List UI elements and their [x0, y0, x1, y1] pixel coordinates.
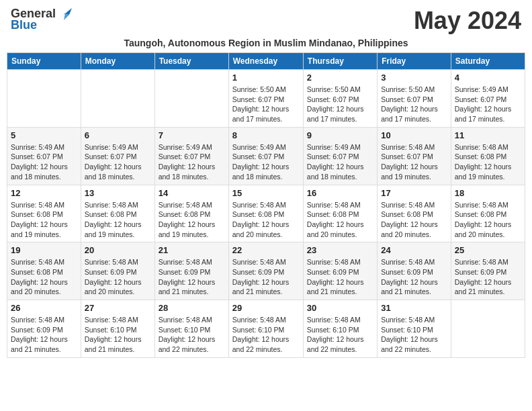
day-number: 24 [381, 245, 447, 255]
col-header-tuesday: Tuesday [154, 53, 228, 70]
calendar-cell: 1Sunrise: 5:50 AMSunset: 6:07 PMDaylight… [228, 70, 303, 128]
calendar-cell: 4Sunrise: 5:49 AMSunset: 6:07 PMDaylight… [451, 70, 525, 128]
day-info: Sunrise: 5:50 AMSunset: 6:07 PMDaylight:… [381, 85, 447, 124]
day-number: 17 [381, 188, 447, 198]
day-number: 7 [159, 130, 225, 140]
day-number: 11 [455, 130, 521, 140]
day-number: 21 [159, 245, 225, 255]
day-info: Sunrise: 5:49 AMSunset: 6:07 PMDaylight:… [159, 142, 225, 182]
col-header-friday: Friday [378, 53, 451, 70]
day-info: Sunrise: 5:48 AMSunset: 6:08 PMDaylight:… [85, 200, 151, 240]
day-info: Sunrise: 5:48 AMSunset: 6:09 PMDaylight:… [381, 257, 447, 297]
day-info: Sunrise: 5:48 AMSunset: 6:08 PMDaylight:… [381, 200, 447, 240]
calendar-cell: 20Sunrise: 5:48 AMSunset: 6:09 PMDayligh… [81, 242, 154, 300]
day-number: 12 [11, 188, 77, 198]
day-number: 6 [85, 130, 151, 140]
calendar-cell: 5Sunrise: 5:49 AMSunset: 6:07 PMDaylight… [7, 127, 81, 185]
day-number: 3 [381, 73, 447, 83]
day-number: 13 [85, 188, 151, 198]
day-info: Sunrise: 5:49 AMSunset: 6:07 PMDaylight:… [232, 142, 300, 182]
calendar-cell: 29Sunrise: 5:48 AMSunset: 6:10 PMDayligh… [228, 300, 303, 358]
calendar-week-3: 12Sunrise: 5:48 AMSunset: 6:08 PMDayligh… [7, 185, 525, 242]
calendar-header-row: SundayMondayTuesdayWednesdayThursdayFrid… [7, 53, 525, 70]
col-header-saturday: Saturday [451, 53, 525, 70]
day-number: 1 [232, 73, 300, 83]
day-info: Sunrise: 5:48 AMSunset: 6:08 PMDaylight:… [11, 200, 77, 240]
calendar-week-5: 26Sunrise: 5:48 AMSunset: 6:09 PMDayligh… [7, 300, 525, 358]
calendar-cell: 31Sunrise: 5:48 AMSunset: 6:10 PMDayligh… [378, 300, 451, 358]
calendar-cell: 27Sunrise: 5:48 AMSunset: 6:10 PMDayligh… [81, 300, 154, 358]
calendar-cell: 2Sunrise: 5:50 AMSunset: 6:07 PMDaylight… [303, 70, 377, 128]
day-info: Sunrise: 5:49 AMSunset: 6:07 PMDaylight:… [11, 142, 77, 182]
day-info: Sunrise: 5:48 AMSunset: 6:08 PMDaylight:… [455, 200, 521, 240]
day-number: 18 [455, 188, 521, 198]
day-number: 14 [159, 188, 225, 198]
day-info: Sunrise: 5:50 AMSunset: 6:07 PMDaylight:… [307, 85, 373, 124]
day-info: Sunrise: 5:48 AMSunset: 6:10 PMDaylight:… [381, 315, 447, 355]
day-number: 27 [85, 303, 151, 313]
logo: General Blue [11, 7, 72, 32]
day-number: 22 [232, 245, 300, 255]
calendar-cell: 6Sunrise: 5:49 AMSunset: 6:07 PMDaylight… [81, 127, 154, 185]
calendar-cell: 24Sunrise: 5:48 AMSunset: 6:09 PMDayligh… [378, 242, 451, 300]
calendar-cell: 28Sunrise: 5:48 AMSunset: 6:10 PMDayligh… [154, 300, 228, 358]
day-number: 8 [232, 130, 300, 140]
day-info: Sunrise: 5:49 AMSunset: 6:07 PMDaylight:… [455, 85, 521, 124]
day-info: Sunrise: 5:48 AMSunset: 6:08 PMDaylight:… [455, 142, 521, 182]
logo-bird-icon [57, 8, 72, 20]
calendar-cell: 9Sunrise: 5:49 AMSunset: 6:07 PMDaylight… [303, 127, 377, 185]
calendar-table: SundayMondayTuesdayWednesdayThursdayFrid… [7, 52, 525, 358]
day-info: Sunrise: 5:48 AMSunset: 6:09 PMDaylight:… [159, 257, 225, 297]
day-number: 20 [85, 245, 151, 255]
calendar-cell: 26Sunrise: 5:48 AMSunset: 6:09 PMDayligh… [7, 300, 81, 358]
day-number: 4 [455, 73, 521, 83]
day-info: Sunrise: 5:48 AMSunset: 6:09 PMDaylight:… [11, 315, 77, 355]
day-info: Sunrise: 5:48 AMSunset: 6:08 PMDaylight:… [232, 200, 300, 240]
calendar-cell: 21Sunrise: 5:48 AMSunset: 6:09 PMDayligh… [154, 242, 228, 300]
day-info: Sunrise: 5:48 AMSunset: 6:09 PMDaylight:… [307, 257, 373, 297]
day-info: Sunrise: 5:48 AMSunset: 6:10 PMDaylight:… [159, 315, 225, 355]
calendar-cell: 8Sunrise: 5:49 AMSunset: 6:07 PMDaylight… [228, 127, 303, 185]
month-title: May 2024 [414, 7, 521, 35]
day-info: Sunrise: 5:48 AMSunset: 6:08 PMDaylight:… [11, 257, 77, 297]
day-info: Sunrise: 5:50 AMSunset: 6:07 PMDaylight:… [232, 85, 300, 124]
day-number: 15 [232, 188, 300, 198]
day-info: Sunrise: 5:48 AMSunset: 6:09 PMDaylight:… [85, 257, 151, 297]
calendar-cell: 22Sunrise: 5:48 AMSunset: 6:09 PMDayligh… [228, 242, 303, 300]
calendar-cell: 19Sunrise: 5:48 AMSunset: 6:08 PMDayligh… [7, 242, 81, 300]
calendar-cell [451, 300, 525, 358]
calendar-cell [81, 70, 154, 128]
calendar-cell: 15Sunrise: 5:48 AMSunset: 6:08 PMDayligh… [228, 185, 303, 242]
day-info: Sunrise: 5:48 AMSunset: 6:10 PMDaylight:… [85, 315, 151, 355]
day-info: Sunrise: 5:48 AMSunset: 6:10 PMDaylight:… [307, 315, 373, 355]
day-info: Sunrise: 5:48 AMSunset: 6:09 PMDaylight:… [232, 257, 300, 297]
day-number: 26 [11, 303, 77, 313]
calendar-cell [154, 70, 228, 128]
calendar-cell: 16Sunrise: 5:48 AMSunset: 6:08 PMDayligh… [303, 185, 377, 242]
day-number: 9 [307, 130, 373, 140]
calendar-cell: 10Sunrise: 5:48 AMSunset: 6:07 PMDayligh… [378, 127, 451, 185]
day-number: 16 [307, 188, 373, 198]
calendar-cell: 30Sunrise: 5:48 AMSunset: 6:10 PMDayligh… [303, 300, 377, 358]
calendar-cell: 25Sunrise: 5:48 AMSunset: 6:09 PMDayligh… [451, 242, 525, 300]
day-number: 30 [307, 303, 373, 313]
col-header-monday: Monday [81, 53, 154, 70]
col-header-thursday: Thursday [303, 53, 377, 70]
calendar-week-4: 19Sunrise: 5:48 AMSunset: 6:08 PMDayligh… [7, 242, 525, 300]
day-number: 5 [11, 130, 77, 140]
calendar-cell: 14Sunrise: 5:48 AMSunset: 6:08 PMDayligh… [154, 185, 228, 242]
day-number: 29 [232, 303, 300, 313]
day-number: 19 [11, 245, 77, 255]
day-info: Sunrise: 5:49 AMSunset: 6:07 PMDaylight:… [85, 142, 151, 182]
logo-blue-text: Blue [11, 18, 37, 32]
calendar-cell: 18Sunrise: 5:48 AMSunset: 6:08 PMDayligh… [451, 185, 525, 242]
day-number: 28 [159, 303, 225, 313]
col-header-wednesday: Wednesday [228, 53, 303, 70]
calendar-week-2: 5Sunrise: 5:49 AMSunset: 6:07 PMDaylight… [7, 127, 525, 185]
day-info: Sunrise: 5:48 AMSunset: 6:10 PMDaylight:… [232, 315, 300, 355]
calendar-cell: 11Sunrise: 5:48 AMSunset: 6:08 PMDayligh… [451, 127, 525, 185]
day-info: Sunrise: 5:48 AMSunset: 6:09 PMDaylight:… [455, 257, 521, 297]
calendar-cell: 3Sunrise: 5:50 AMSunset: 6:07 PMDaylight… [378, 70, 451, 128]
day-info: Sunrise: 5:48 AMSunset: 6:08 PMDaylight:… [307, 200, 373, 240]
calendar-cell [7, 70, 81, 128]
